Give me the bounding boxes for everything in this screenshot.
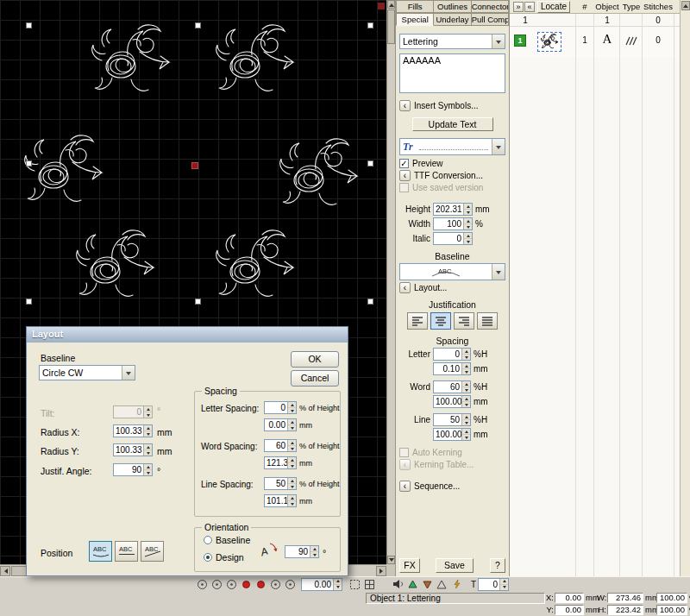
orientation-angle-field[interactable]: 90: [285, 545, 319, 558]
tab-connectors[interactable]: Connectors: [472, 0, 509, 13]
save-button[interactable]: Save: [436, 558, 474, 573]
selection-handle[interactable]: [26, 299, 32, 305]
word-spacing-pct-field[interactable]: 60: [264, 439, 297, 452]
height-field[interactable]: 202.31: [433, 203, 473, 216]
spinner[interactable]: [310, 546, 318, 557]
w-percent-field[interactable]: 100.00: [656, 593, 687, 603]
orientation-design-radio[interactable]: Design: [204, 552, 244, 563]
chevron-down-icon[interactable]: [492, 35, 505, 48]
collapse-all-icon[interactable]: »: [513, 2, 524, 12]
object-list-scrollbar[interactable]: [680, 0, 690, 576]
word-pct-spinner[interactable]: [461, 381, 470, 393]
word-pct-field[interactable]: 60: [433, 380, 471, 393]
line-spacing-pct-field[interactable]: 50: [264, 477, 297, 490]
spinner[interactable]: [287, 440, 296, 451]
chevron-down-icon[interactable]: [492, 139, 505, 154]
letter-pct-spinner[interactable]: [461, 349, 470, 360]
line-pct-field[interactable]: 50: [433, 413, 471, 426]
selection-handle[interactable]: [367, 22, 373, 28]
radius-x-spinner[interactable]: [143, 425, 152, 437]
t-field[interactable]: 0: [478, 578, 509, 591]
selection-handle[interactable]: [195, 22, 201, 28]
lightning-icon[interactable]: [449, 578, 463, 590]
dashed-frame-icon[interactable]: [348, 578, 361, 590]
disc-icon[interactable]: [195, 578, 209, 590]
object-mode-select[interactable]: Lettering: [399, 34, 505, 49]
letter-spacing-pct-field[interactable]: 0: [264, 401, 297, 414]
disc-icon[interactable]: [224, 578, 238, 590]
scroll-down-button[interactable]: [387, 556, 395, 564]
justify-left-button[interactable]: [407, 312, 428, 330]
speaker-icon[interactable]: [391, 578, 405, 590]
justify-full-button[interactable]: [477, 312, 498, 330]
lettering-text-input[interactable]: AAAAAA: [399, 53, 505, 93]
grid-icon[interactable]: [362, 578, 376, 590]
letter-spacing-mm-field[interactable]: 0.00: [264, 418, 297, 431]
word-mm-field[interactable]: 100.00: [433, 395, 471, 408]
selection-handle[interactable]: [26, 22, 32, 28]
font-select[interactable]: Tr: [399, 138, 505, 155]
radius-x-field[interactable]: 100.33: [113, 424, 153, 437]
line-pct-spinner[interactable]: [461, 414, 470, 425]
ok-button[interactable]: OK: [291, 351, 339, 368]
position-arc-button[interactable]: ABC: [89, 541, 112, 562]
h-value-field[interactable]: 223.42: [607, 605, 643, 615]
red-dot-icon[interactable]: [254, 578, 267, 590]
spinner[interactable]: [287, 402, 296, 413]
tab-fills[interactable]: Fills: [396, 0, 434, 13]
disc-icon[interactable]: [283, 578, 297, 590]
tab-pull-comp[interactable]: Pull Comp: [472, 13, 509, 26]
width-spinner[interactable]: [463, 218, 472, 229]
selection-handle[interactable]: [195, 299, 201, 305]
tab-underlay[interactable]: Underlay: [434, 13, 471, 26]
arrow-up-icon[interactable]: [405, 578, 419, 590]
word-spacing-mm-field[interactable]: 121.3: [264, 456, 297, 469]
justif-angle-spinner[interactable]: [143, 464, 152, 475]
letter-mm-field[interactable]: 0.10: [433, 362, 471, 375]
layout-button[interactable]: ‹ Layout...: [399, 282, 505, 293]
preview-checkbox[interactable]: ✓: [399, 159, 409, 168]
position-line-button[interactable]: ABC: [115, 541, 138, 562]
scroll-up-button[interactable]: [387, 0, 395, 9]
help-button[interactable]: ?: [490, 558, 505, 573]
radius-y-spinner[interactable]: [143, 444, 152, 456]
column-header-type[interactable]: Type: [620, 2, 643, 11]
column-header-object[interactable]: Object: [594, 2, 620, 11]
t-spinner[interactable]: [499, 579, 508, 590]
radius-y-field[interactable]: 100.33: [113, 443, 153, 456]
w-value-field[interactable]: 273.46: [607, 593, 643, 603]
scroll-up-button[interactable]: [681, 1, 690, 10]
baseline-type-select[interactable]: Circle CW: [39, 365, 135, 380]
fx-button[interactable]: FX: [399, 558, 420, 573]
letter-pct-field[interactable]: 0: [433, 348, 471, 361]
selection-handle[interactable]: [367, 160, 373, 167]
spinner[interactable]: [287, 478, 296, 489]
red-dot-icon[interactable]: [239, 578, 253, 590]
width-field[interactable]: 100: [433, 217, 473, 230]
word-mm-spinner[interactable]: [461, 396, 470, 407]
locate-button[interactable]: Locate: [537, 1, 570, 13]
scroll-right-button[interactable]: [376, 566, 386, 576]
sequence-button[interactable]: ‹ Sequence...: [399, 481, 505, 492]
selection-handle[interactable]: [26, 160, 32, 167]
object-number-badge[interactable]: 1: [514, 35, 526, 47]
scroll-left-button[interactable]: [0, 566, 10, 576]
object-thumbnail[interactable]: [537, 32, 561, 52]
spinner[interactable]: [287, 457, 296, 468]
spinner[interactable]: [287, 419, 296, 431]
h-percent-field[interactable]: 100.00: [656, 605, 687, 615]
letter-mm-spinner[interactable]: [461, 363, 470, 374]
vertical-scroll-thumb[interactable]: [387, 9, 395, 44]
orientation-baseline-radio[interactable]: Baseline: [204, 535, 250, 545]
justify-right-button[interactable]: [454, 312, 474, 330]
dialog-title[interactable]: Layout: [27, 327, 348, 343]
expand-all-icon[interactable]: «: [524, 2, 535, 12]
height-spinner[interactable]: [463, 204, 472, 215]
arrow-down-icon[interactable]: [420, 578, 434, 590]
ttf-conversion-button[interactable]: ‹ TTF Conversion...: [399, 170, 505, 181]
insert-symbols-button[interactable]: ‹ Insert Symbols...: [399, 100, 505, 111]
tab-outlines[interactable]: Outlines: [434, 0, 471, 13]
line-mm-spinner[interactable]: [461, 429, 470, 440]
column-header-stitches[interactable]: Stitches: [643, 2, 674, 11]
italic-spinner[interactable]: [463, 233, 472, 244]
